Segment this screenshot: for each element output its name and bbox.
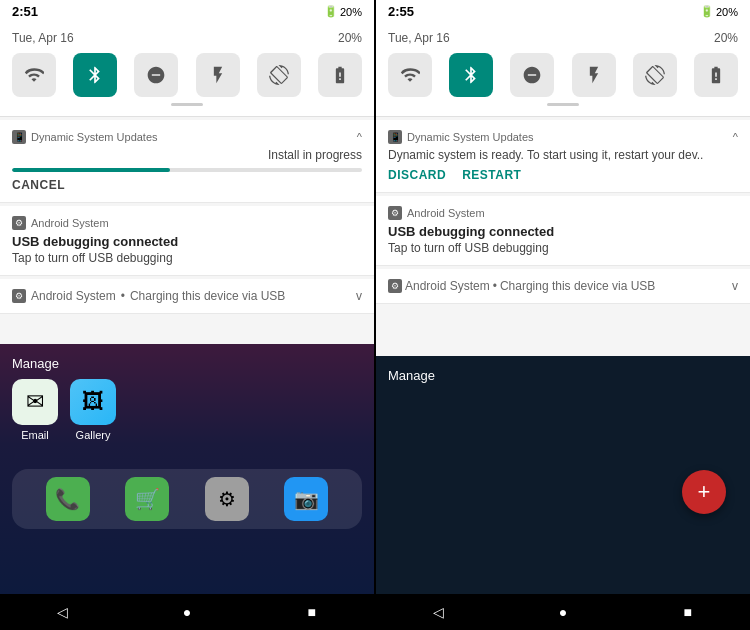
left-gallery-icon[interactable]: 🖼 [70,379,116,425]
flashlight-tile[interactable] [196,53,240,97]
left-phone: 2:51 🔋 20% Tue, Apr 16 20% [0,0,374,630]
left-charging-chevron: v [356,289,362,303]
right-flashlight-tile[interactable] [572,53,616,97]
left-qs-tiles [12,53,362,97]
left-gallery-app[interactable]: 🖼 Gallery [70,379,116,441]
right-charging-app: Android System [405,279,490,293]
right-dsu-header: 📱 Dynamic System Updates ^ [388,130,738,144]
right-usb-header: ⚙ Android System [388,206,738,220]
right-fab-icon: + [698,479,711,505]
left-dsu-app-name: Dynamic System Updates [31,131,158,143]
left-dsu-notif[interactable]: 📱 Dynamic System Updates ^ Install in pr… [0,120,374,203]
left-recents-btn[interactable]: ■ [297,600,327,624]
left-dock-settings[interactable]: ⚙ [205,477,249,521]
left-email-icon[interactable]: ✉ [12,379,58,425]
right-qs-tiles [388,53,738,97]
battery-saver-tile[interactable] [318,53,362,97]
left-progress-container [12,168,362,172]
left-usb-notif[interactable]: ⚙ Android System USB debugging connected… [0,206,374,276]
left-dock-camera[interactable]: 📷 [284,477,328,521]
right-qs-handle [547,103,579,106]
right-usb-notif[interactable]: ⚙ Android System USB debugging connected… [376,196,750,266]
right-usb-title: USB debugging connected [388,224,738,239]
left-usb-text: Tap to turn off USB debugging [12,251,362,265]
left-cancel-action[interactable]: CANCEL [12,178,362,192]
right-wifi-tile[interactable] [388,53,432,97]
right-dark-bg: Manage + [376,356,750,595]
right-recents-btn[interactable]: ■ [673,600,703,624]
right-date-row: Tue, Apr 16 20% [388,31,738,45]
bluetooth-tile[interactable] [73,53,117,97]
right-dnd-tile[interactable] [510,53,554,97]
left-dsu-icon: 📱 [12,130,26,144]
left-dsu-header: 📱 Dynamic System Updates ^ [12,130,362,144]
right-usb-icon: ⚙ [388,206,402,220]
right-restart-btn[interactable]: RESTART [462,168,521,182]
right-charging-icon: ⚙ [388,279,402,293]
right-nav-bar: ◁ ● ■ [376,594,750,630]
right-rotate-tile[interactable] [633,53,677,97]
right-status-bar: 2:55 🔋 20% [376,0,750,23]
left-home-btn[interactable]: ● [172,600,202,624]
left-progress-fill [12,168,170,172]
right-home-btn[interactable]: ● [548,600,578,624]
right-charging-notif[interactable]: ⚙ Android System • Charging this device … [376,269,750,304]
right-discard-btn[interactable]: DISCARD [388,168,446,182]
left-manage-label: Manage [12,356,362,371]
right-phone: 2:55 🔋 20% Tue, Apr 16 20% [376,0,750,630]
right-bluetooth-tile[interactable] [449,53,493,97]
left-date-row: Tue, Apr 16 20% [12,31,362,45]
right-back-btn[interactable]: ◁ [423,600,453,624]
left-charging-row: ⚙ Android System • Charging this device … [12,289,362,303]
rotate-tile[interactable] [257,53,301,97]
right-battery: 🔋 20% [700,5,738,18]
left-qs-handle [171,103,203,106]
left-charging-app: Android System [31,289,116,303]
right-charging-dot: • [493,279,497,293]
left-nav-bar: ◁ ● ■ [0,594,374,630]
left-dock-phone[interactable]: 📞 [46,477,90,521]
right-dsu-notif[interactable]: 📱 Dynamic System Updates ^ Dynamic syste… [376,120,750,193]
left-status-bar: 2:51 🔋 20% [0,0,374,23]
left-dock-market[interactable]: 🛒 [125,477,169,521]
right-charging-chevron: v [732,279,738,293]
left-usb-title: USB debugging connected [12,234,362,249]
left-dock: 📞 🛒 ⚙ 📷 [12,469,362,529]
left-dsu-subtitle: Install in progress [12,148,362,162]
left-charging-notif[interactable]: ⚙ Android System • Charging this device … [0,279,374,314]
left-usb-header: ⚙ Android System [12,216,362,230]
right-manage-label: Manage [388,368,738,383]
wifi-tile[interactable] [12,53,56,97]
right-usb-text: Tap to turn off USB debugging [388,241,738,255]
left-charging-dot: • [121,289,125,303]
left-time: 2:51 [12,4,38,19]
right-battery-saver-tile[interactable] [694,53,738,97]
right-notifications: 📱 Dynamic System Updates ^ Dynamic syste… [376,117,750,356]
left-charging-text: Charging this device via USB [130,289,285,303]
right-time: 2:55 [388,4,414,19]
right-fab-btn[interactable]: + [682,470,726,514]
right-battery-qs: 20% [714,31,738,45]
right-dsu-text: Dynamic system is ready. To start using … [388,148,738,162]
left-back-btn[interactable]: ◁ [47,600,77,624]
right-date: Tue, Apr 16 [388,31,450,45]
left-quick-settings: Tue, Apr 16 20% [0,23,374,117]
left-usb-icon: ⚙ [12,216,26,230]
right-charging-row: ⚙ Android System • Charging this device … [388,279,738,293]
right-quick-settings: Tue, Apr 16 20% [376,23,750,117]
left-dsu-chevron: ^ [357,131,362,143]
right-dsu-actions: DISCARD RESTART [388,168,738,182]
left-home-screen: Manage ✉ Email 🖼 Gallery 📞 🛒 ⚙ 📷 [0,344,374,595]
left-battery-qs: 20% [338,31,362,45]
left-usb-app-name: Android System [31,217,109,229]
left-gallery-label: Gallery [76,429,111,441]
right-dsu-app-name: Dynamic System Updates [407,131,534,143]
right-usb-app-name: Android System [407,207,485,219]
dnd-tile[interactable] [134,53,178,97]
left-app-grid: ✉ Email 🖼 Gallery [12,379,362,441]
left-date: Tue, Apr 16 [12,31,74,45]
left-battery: 🔋 20% [324,5,362,18]
left-email-app[interactable]: ✉ Email [12,379,58,441]
right-dsu-chevron: ^ [733,131,738,143]
right-charging-text: Charging this device via USB [500,279,655,293]
